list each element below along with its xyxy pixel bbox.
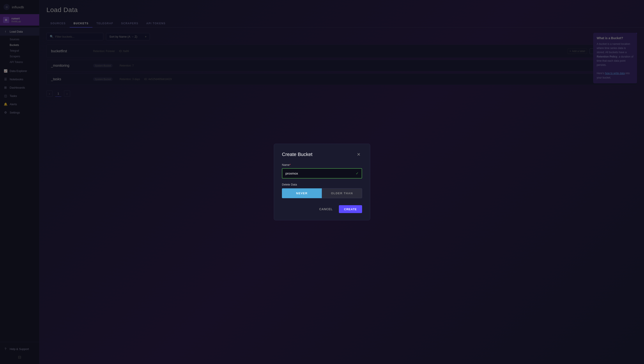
required-indicator: * xyxy=(290,163,291,166)
close-icon: ✕ xyxy=(357,152,361,157)
modal-close-button[interactable]: ✕ xyxy=(355,151,362,158)
modal-footer: CANCEL CREATE xyxy=(282,205,362,213)
delete-data-label: Delete Data xyxy=(282,183,362,186)
valid-checkmark-icon: ✓ xyxy=(356,171,359,176)
create-button[interactable]: CREATE xyxy=(339,205,362,213)
delete-data-toggle-group: NEVER OLDER THAN xyxy=(282,188,362,198)
name-label: Name* xyxy=(282,163,362,166)
modal-overlay[interactable]: Create Bucket ✕ Name* ✓ Delete Data NEVE… xyxy=(0,0,644,364)
modal-header: Create Bucket ✕ xyxy=(282,151,362,158)
bucket-name-input[interactable] xyxy=(285,172,356,175)
older-than-button[interactable]: OLDER THAN xyxy=(322,188,362,198)
cancel-button[interactable]: CANCEL xyxy=(316,205,336,213)
bucket-name-input-wrapper: ✓ xyxy=(282,168,362,178)
create-bucket-modal: Create Bucket ✕ Name* ✓ Delete Data NEVE… xyxy=(274,144,370,220)
modal-title: Create Bucket xyxy=(282,152,312,157)
never-button[interactable]: NEVER xyxy=(282,188,322,198)
